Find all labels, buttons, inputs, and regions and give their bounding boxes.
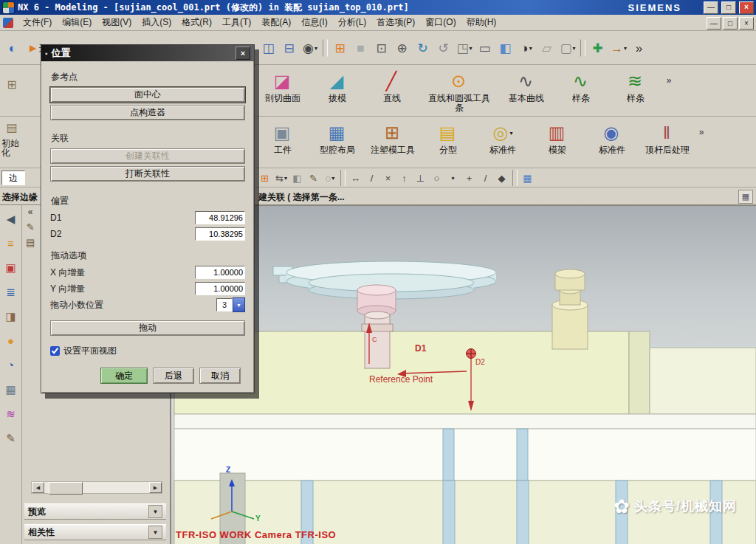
wireframe-icon[interactable]: ▱: [537, 37, 557, 59]
maximize-button[interactable]: □: [721, 1, 736, 14]
spreadsheet-icon[interactable]: ⊞: [330, 37, 351, 59]
assembly-navigator-icon[interactable]: ≡: [1, 234, 21, 252]
drag-button[interactable]: 拖动: [50, 320, 245, 336]
mdi-minimize-button[interactable]: —: [707, 17, 721, 30]
menu-item[interactable]: 文件(F): [18, 15, 57, 30]
menu-item[interactable]: 工具(T): [217, 15, 256, 30]
parting-icon[interactable]: ▤ 分型: [421, 120, 475, 156]
horizontal-scrollbar[interactable]: ◀ ▶: [31, 481, 162, 494]
minimize-button[interactable]: —: [704, 1, 718, 14]
chevron-down-icon[interactable]: ▾: [233, 297, 245, 312]
line-arc-toolbar-icon[interactable]: ⊙ 直线和圆弧工具条: [419, 68, 499, 114]
snap-point-on-face-icon[interactable]: ◆: [494, 171, 510, 186]
dim-label-d2[interactable]: D2: [475, 358, 485, 366]
y-increment-input[interactable]: [195, 282, 245, 295]
spline-icon[interactable]: ≋ 样条: [608, 68, 663, 105]
window-display-icon[interactable]: ▭: [475, 37, 495, 59]
ok-button[interactable]: 确定: [100, 368, 148, 384]
menu-item[interactable]: 插入(S): [137, 15, 176, 30]
ejector-post-icon[interactable]: ‖ 顶杆后处理: [639, 120, 695, 156]
menu-item[interactable]: 视图(V): [97, 15, 137, 30]
point-constructor-icon[interactable]: ⊞: [257, 171, 273, 186]
line-icon[interactable]: ╱ 直线: [365, 68, 419, 105]
collapse-arrow-icon[interactable]: ◀: [1, 210, 21, 228]
back-button[interactable]: 后退: [153, 368, 194, 384]
toolbar-option-icon[interactable]: ⊞: [1, 74, 22, 96]
roles-icon[interactable]: ✎: [1, 429, 21, 447]
dialog-rail-icon[interactable]: ▦: [738, 190, 753, 204]
mold-tools-icon[interactable]: ⊞ 注塑模工具: [365, 120, 421, 156]
new-window-icon[interactable]: ◫: [258, 37, 279, 59]
d2-input[interactable]: [195, 227, 245, 241]
disabled-tool-icon[interactable]: ■: [351, 37, 371, 59]
isometric-view-icon[interactable]: ◧: [495, 37, 516, 59]
close-button[interactable]: ×: [739, 1, 754, 14]
dialog-titlebar[interactable]: ▪ 位置 ×: [41, 45, 254, 61]
snap-endpoint-icon[interactable]: ↑: [396, 171, 413, 186]
fit-view-icon[interactable]: ⊡: [371, 37, 392, 59]
selection-type-filter[interactable]: 边: [1, 171, 25, 185]
menu-item[interactable]: 格式(R): [176, 15, 217, 30]
scrollbar-track[interactable]: [44, 482, 149, 493]
menu-item[interactable]: 编辑(E): [57, 15, 97, 30]
overflow-chevron-icon[interactable]: »: [663, 68, 676, 93]
spline-icon[interactable]: ∿ 样条: [554, 68, 608, 105]
part-navigator-icon[interactable]: ≣: [1, 283, 21, 301]
toolbar-option-icon[interactable]: ▤: [1, 117, 22, 139]
background-icon[interactable]: ▢ ▾: [557, 37, 578, 59]
selection-filter-icon[interactable]: ⇆ ▾: [273, 171, 289, 186]
dependencies-panel-header[interactable]: 相关性 ▼: [24, 524, 166, 540]
render-style-icon[interactable]: ◑ ▾: [516, 37, 537, 59]
preview-panel-header[interactable]: 预览 ▼: [24, 503, 166, 520]
workpiece-icon[interactable]: ▣ 工件: [255, 120, 310, 156]
wcs-dialog-icon[interactable]: ▦: [520, 171, 536, 186]
overflow-chevron-icon[interactable]: »: [695, 120, 709, 145]
menu-item[interactable]: 信息(I): [296, 15, 332, 30]
history-icon[interactable]: ◔: [1, 356, 21, 374]
view-operations-icon[interactable]: ◉ ▾: [300, 37, 320, 59]
draft-icon[interactable]: ◢ 拔模: [310, 68, 365, 105]
standard-parts-icon[interactable]: ◎▾ 标准件: [475, 120, 530, 156]
toolbar-icon[interactable]: [580, 39, 585, 57]
snap-line-icon[interactable]: /: [364, 171, 380, 186]
constraint-navigator-icon[interactable]: ▣: [1, 258, 21, 277]
rotate-view-icon[interactable]: ↻: [413, 37, 433, 59]
d1-input[interactable]: [195, 211, 245, 224]
moldbase-icon[interactable]: ▥ 模架: [530, 120, 585, 156]
plan-view-checkbox[interactable]: [50, 346, 60, 356]
snap-handle-icon[interactable]: ↔: [348, 171, 364, 186]
hd3d-tools-icon[interactable]: ●: [1, 331, 21, 350]
mdi-close-button[interactable]: ×: [739, 17, 754, 30]
scrollbar-thumb[interactable]: [49, 482, 83, 495]
update-display-icon[interactable]: ↺: [433, 37, 454, 59]
standard-parts-icon[interactable]: ◉ 标准件: [585, 120, 639, 156]
menu-item[interactable]: 帮助(H): [461, 15, 502, 30]
csys-orient-icon[interactable]: ✚: [588, 37, 608, 59]
basic-curves-icon[interactable]: ∿ 基本曲线: [499, 68, 554, 105]
menu-item[interactable]: 装配(A): [256, 15, 296, 30]
toolbar-icon[interactable]: [323, 39, 328, 57]
materials-icon[interactable]: ≋: [1, 404, 21, 423]
nx-logo-icon[interactable]: ◐: [2, 37, 23, 59]
snap-icon[interactable]: [512, 170, 518, 186]
trimmed-sheet-icon[interactable]: ◪ 剖切曲面: [255, 68, 310, 105]
drag-decimals-combo[interactable]: 3 ▾: [216, 298, 245, 311]
dialog-close-button[interactable]: ×: [236, 47, 250, 60]
dim-label-d1[interactable]: D1: [415, 343, 426, 354]
scroll-left-button[interactable]: ◀: [32, 482, 44, 493]
clipboard-icon[interactable]: ▤: [26, 237, 35, 248]
collapse-panel-icon[interactable]: «: [28, 207, 33, 217]
snap-options-icon[interactable]: ◌ ▾: [322, 171, 338, 186]
graphics-viewport[interactable]: D1 D2 Reference Point C Z Y TFR-ISO WORK…: [171, 205, 756, 544]
snap-perpendicular-icon[interactable]: ⊥: [413, 171, 429, 186]
window-titlebar[interactable]: NX 6 - Modeling - [sujian_cool_001.prt (…: [0, 0, 756, 15]
tile-window-icon[interactable]: ⊟: [279, 37, 300, 59]
sketch-note-icon[interactable]: ✎: [27, 221, 35, 233]
overflow-chevron-icon[interactable]: »: [629, 37, 650, 59]
collapse-chevron-icon[interactable]: ▼: [148, 505, 162, 518]
menu-item[interactable]: 窗口(O): [420, 15, 461, 30]
collapse-chevron-icon[interactable]: ▼: [148, 526, 162, 539]
mdi-restore-button[interactable]: □: [723, 17, 738, 30]
snap-diagonal-icon[interactable]: /: [478, 171, 494, 186]
snap-icon[interactable]: [340, 170, 346, 186]
